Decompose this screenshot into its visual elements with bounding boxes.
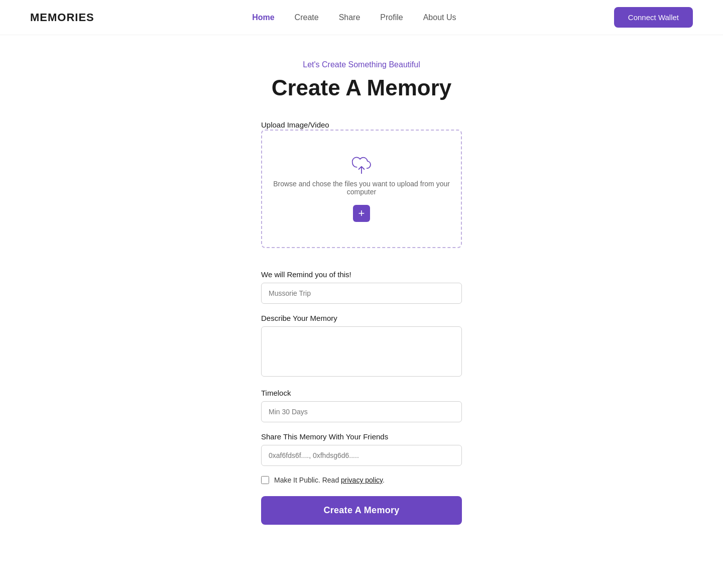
nav-profile[interactable]: Profile (380, 13, 403, 22)
share-input[interactable] (261, 445, 462, 466)
public-label: Make It Public. Read privacy policy. (274, 476, 385, 484)
privacy-policy-link[interactable]: privacy policy (341, 476, 383, 484)
create-memory-button[interactable]: Create A Memory (261, 496, 462, 525)
upload-add-button[interactable]: + (353, 205, 370, 222)
remind-input[interactable] (261, 283, 462, 304)
public-checkbox[interactable] (261, 476, 269, 484)
nav-about-us[interactable]: About Us (423, 13, 456, 22)
upload-section: Upload Image/Video Browse and chose the … (261, 121, 462, 260)
describe-textarea[interactable] (261, 326, 462, 377)
timelock-section: Timelock (261, 389, 462, 422)
page-subtitle: Let's Create Something Beautiful (303, 60, 420, 69)
logo: MEMORIES (30, 11, 94, 24)
upload-label: Upload Image/Video (261, 121, 329, 129)
nav-share[interactable]: Share (339, 13, 360, 22)
describe-section: Describe Your Memory (261, 314, 462, 379)
page-title: Create A Memory (272, 75, 452, 100)
remind-label: We will Remind you of this! (261, 270, 462, 279)
cloud-upload-icon (351, 156, 372, 174)
timelock-input[interactable] (261, 401, 462, 422)
upload-description: Browse and chose the files you want to u… (272, 180, 451, 196)
nav-create[interactable]: Create (295, 13, 319, 22)
main-content: Let's Create Something Beautiful Create … (0, 35, 723, 565)
create-memory-form: Upload Image/Video Browse and chose the … (261, 121, 462, 525)
describe-label: Describe Your Memory (261, 314, 462, 322)
nav: Home Create Share Profile About Us (252, 13, 456, 22)
connect-wallet-button[interactable]: Connect Wallet (614, 7, 693, 28)
public-checkbox-row: Make It Public. Read privacy policy. (261, 476, 462, 484)
timelock-label: Timelock (261, 389, 462, 397)
share-section: Share This Memory With Your Friends (261, 432, 462, 466)
nav-home[interactable]: Home (252, 13, 274, 22)
header: MEMORIES Home Create Share Profile About… (0, 0, 723, 35)
share-label: Share This Memory With Your Friends (261, 432, 462, 441)
remind-section: We will Remind you of this! (261, 270, 462, 304)
upload-dropzone[interactable]: Browse and chose the files you want to u… (261, 130, 462, 248)
